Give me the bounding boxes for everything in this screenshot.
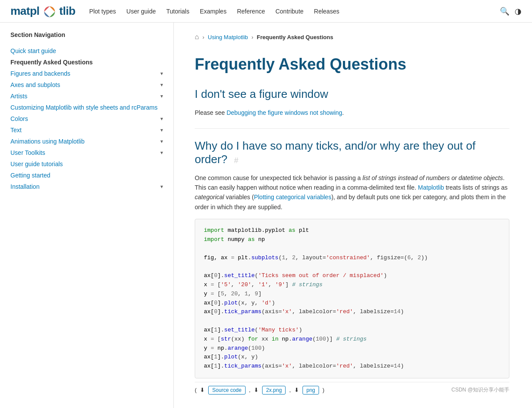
page-title: Frequently Asked Questions [195, 55, 509, 74]
code-line-12: ax[1].plot(x, y) [204, 353, 500, 362]
section-many-ticks-body: One common cause for unexpected tick beh… [195, 173, 509, 212]
sidebar-item-figures-backends[interactable]: Figures and backends ▾ [0, 68, 173, 79]
chevron-down-icon: ▾ [160, 116, 163, 122]
nav-releases[interactable]: Releases [314, 8, 339, 15]
code-line-6: y = [5, 20, 1, 9] [204, 290, 500, 299]
anchor-link-icon[interactable]: # [234, 156, 238, 165]
sidebar-link-artists[interactable]: Artists [10, 93, 27, 100]
code-line-13: ax[1].tick_params(axis='x', labelcolor='… [204, 362, 500, 371]
chevron-down-icon: ▾ [160, 150, 163, 156]
code-line-8: ax[0].tick_params(axis='x', labelcolor='… [204, 308, 500, 317]
sidebar-item-colors[interactable]: Colors ▾ [0, 113, 173, 124]
sidebar-item-animations[interactable]: Animations using Matplotlib ▾ [0, 136, 173, 147]
code-line-1: import matplotlib.pyplot as plt [204, 226, 500, 235]
sidebar: Section Navigation Quick start guide Fre… [0, 23, 174, 408]
logo-text: matpl tlib [10, 4, 75, 18]
sidebar-item-artists[interactable]: Artists ▾ [0, 90, 173, 102]
code-line-4: ax[0].set_title('Ticks seem out of order… [204, 271, 500, 281]
top-navigation: matpl tlib Plot types User guide Tutoria… [0, 0, 532, 23]
nav-links: Plot types User guide Tutorials Examples… [89, 8, 500, 15]
nav-examples[interactable]: Examples [200, 8, 226, 15]
home-icon[interactable]: ⌂ [195, 33, 199, 41]
nav-action-icons: 🔍 ◑ [500, 7, 522, 16]
sidebar-link-text[interactable]: Text [10, 127, 22, 134]
sidebar-link-colors[interactable]: Colors [10, 115, 28, 122]
breadcrumb: ⌂ › Using Matplotlib › Frequently Asked … [195, 33, 509, 41]
sidebar-item-getting-started[interactable]: Getting started [0, 170, 173, 181]
code-block: import matplotlib.pyplot as plt import n… [195, 219, 509, 378]
theme-toggle-button[interactable]: ◑ [515, 7, 522, 16]
sidebar-link-faq: Frequently Asked Questions [10, 59, 93, 66]
nav-reference[interactable]: Reference [237, 8, 265, 15]
sidebar-link-figures-backends[interactable]: Figures and backends [10, 70, 70, 77]
nav-tutorials[interactable]: Tutorials [166, 8, 189, 15]
code-line-3: fig, ax = plt.subplots(1, 2, layout='con… [204, 254, 500, 263]
sidebar-link-customizing[interactable]: Customizing Matplotlib with style sheets… [10, 104, 157, 111]
link-matplotlib[interactable]: Matplotlib [418, 184, 444, 191]
chevron-down-icon: ▾ [160, 138, 163, 144]
page-layout: Section Navigation Quick start guide Fre… [0, 23, 532, 408]
sidebar-link-quick-start[interactable]: Quick start guide [10, 47, 56, 54]
section-figure-window-body: Please see Debugging the figure windows … [195, 108, 509, 117]
nav-user-guide[interactable]: User guide [126, 8, 156, 15]
breadcrumb-separator: › [203, 34, 204, 40]
sidebar-link-getting-started[interactable]: Getting started [10, 172, 50, 179]
comma-1: , [249, 387, 251, 393]
logo[interactable]: matpl tlib [10, 4, 75, 18]
nav-plot-types[interactable]: Plot types [89, 8, 116, 15]
chevron-down-icon: ▾ [160, 93, 163, 99]
link-debugging[interactable]: Debugging the figure windows not showing [226, 109, 342, 116]
sidebar-link-animations[interactable]: Animations using Matplotlib [10, 138, 84, 145]
breadcrumb-using-matplotlib[interactable]: Using Matplotlib [208, 34, 248, 40]
chevron-down-icon: ▾ [160, 82, 163, 88]
section-heading-many-ticks: Why do I have so many ticks, and/or why … [195, 139, 509, 166]
sidebar-item-installation[interactable]: Installation ▾ [0, 181, 173, 192]
code-line-10: x = [str(xx) for xx in np.arange(100)] #… [204, 335, 500, 344]
sidebar-link-installation[interactable]: Installation [10, 183, 40, 190]
nav-contribute[interactable]: Contribute [276, 8, 304, 15]
section-heading-figure-window: I don't see a figure window [195, 87, 509, 101]
search-button[interactable]: 🔍 [500, 7, 509, 16]
download-2x-png-link[interactable]: 2x.png [262, 386, 286, 395]
main-content: ⌂ › Using Matplotlib › Frequently Asked … [174, 23, 530, 408]
svg-point-1 [47, 10, 51, 14]
logo-icon [43, 6, 56, 18]
code-footer-paren-close: ) [323, 387, 324, 393]
sidebar-item-user-toolkits[interactable]: User Toolkits ▾ [0, 147, 173, 158]
chevron-down-icon: ▾ [160, 70, 163, 77]
watermark-text: CSDN @知识分享小能手 [451, 386, 509, 394]
sidebar-item-quick-start[interactable]: Quick start guide [0, 45, 173, 57]
sidebar-link-user-guide-tutorials[interactable]: User guide tutorials [10, 161, 63, 167]
comma-2: , [289, 387, 291, 393]
sidebar-item-user-guide-tutorials[interactable]: User guide tutorials [0, 158, 173, 170]
sidebar-link-axes-subplots[interactable]: Axes and subplots [10, 81, 60, 88]
code-line-2: import numpy as np [204, 235, 500, 244]
link-plotting-categorical[interactable]: Plotting categorical variables [254, 194, 331, 201]
sidebar-item-axes-subplots[interactable]: Axes and subplots ▾ [0, 79, 173, 90]
code-line-7: ax[0].plot(x, y, 'd') [204, 299, 500, 308]
code-line-9: ax[1].set_title('Many ticks') [204, 326, 500, 335]
section-divider [195, 128, 509, 129]
chevron-down-icon: ▾ [160, 184, 163, 190]
code-footer-paren-open: ( [195, 387, 196, 393]
download-source-code-link[interactable]: Source code [208, 386, 245, 395]
sidebar-item-faq[interactable]: Frequently Asked Questions [0, 57, 173, 68]
sidebar-link-user-toolkits[interactable]: User Toolkits [10, 149, 45, 156]
code-line-11: y = np.arange(100) [204, 344, 500, 353]
download-icon-3: ⬇ [294, 387, 299, 393]
download-icon: ⬇ [200, 387, 205, 393]
code-download-links: ( ⬇ Source code , ⬇ 2x.png , ⬇ png ) [195, 386, 324, 395]
code-line-5: x = ['5', '20', '1', '9'] # strings [204, 281, 500, 290]
breadcrumb-separator-2: › [252, 34, 253, 40]
download-icon-2: ⬇ [254, 387, 259, 393]
sidebar-item-text[interactable]: Text ▾ [0, 124, 173, 136]
sidebar-item-customizing[interactable]: Customizing Matplotlib with style sheets… [0, 102, 173, 113]
sidebar-section-title: Section Navigation [0, 31, 173, 45]
download-png-link[interactable]: png [303, 386, 319, 395]
chevron-down-icon: ▾ [160, 127, 163, 133]
breadcrumb-current: Frequently Asked Questions [257, 34, 333, 40]
code-footer: ( ⬇ Source code , ⬇ 2x.png , ⬇ png ) CSD… [195, 382, 509, 398]
